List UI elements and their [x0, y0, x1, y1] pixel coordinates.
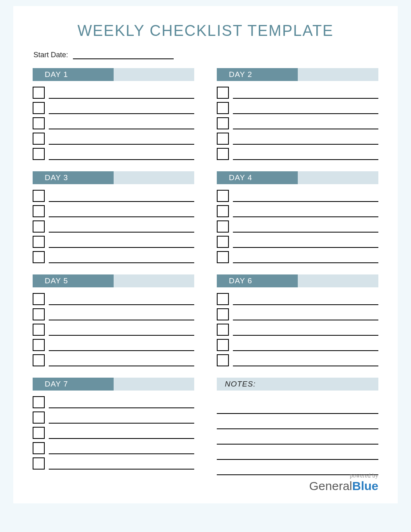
checkbox[interactable] — [217, 205, 229, 217]
task-line[interactable] — [49, 129, 194, 129]
checklist-rows — [217, 187, 378, 263]
checkbox[interactable] — [33, 411, 45, 424]
task-line[interactable] — [49, 423, 194, 424]
task-line[interactable] — [233, 144, 378, 145]
notes-block: NOTES: — [217, 378, 378, 475]
checkbox[interactable] — [33, 148, 45, 160]
day-header-spacer — [114, 274, 195, 287]
checkbox[interactable] — [33, 133, 45, 145]
checkbox[interactable] — [33, 190, 45, 202]
checkbox[interactable] — [217, 339, 229, 351]
day-label: DAY 6 — [217, 274, 298, 287]
checkbox[interactable] — [33, 220, 45, 233]
notes-rows — [217, 399, 378, 475]
checkbox[interactable] — [217, 324, 229, 336]
checklist-row — [33, 439, 194, 454]
checklist-row — [33, 187, 194, 202]
task-line[interactable] — [49, 216, 194, 217]
task-line[interactable] — [49, 335, 194, 336]
task-line[interactable] — [233, 232, 378, 233]
task-line[interactable] — [233, 320, 378, 320]
task-line[interactable] — [49, 320, 194, 320]
checklist-rows — [33, 393, 194, 470]
task-line[interactable] — [49, 350, 194, 351]
checkbox[interactable] — [33, 354, 45, 366]
checkbox[interactable] — [33, 427, 45, 439]
checkbox[interactable] — [217, 102, 229, 114]
task-line[interactable] — [49, 98, 194, 99]
checkbox[interactable] — [33, 308, 45, 320]
checkbox[interactable] — [217, 117, 229, 129]
task-line[interactable] — [233, 113, 378, 114]
checklist-rows — [217, 83, 378, 160]
checkbox[interactable] — [217, 220, 229, 233]
task-line[interactable] — [233, 247, 378, 248]
checkbox[interactable] — [217, 293, 229, 305]
task-line[interactable] — [233, 129, 378, 129]
task-line[interactable] — [49, 438, 194, 439]
checkbox[interactable] — [33, 87, 45, 99]
task-line[interactable] — [49, 159, 194, 160]
note-line[interactable] — [217, 429, 378, 445]
task-line[interactable] — [233, 262, 378, 263]
day-block-4: DAY 4 — [217, 171, 378, 263]
task-line[interactable] — [233, 98, 378, 99]
note-line[interactable] — [217, 445, 378, 460]
day-header: DAY 2 — [217, 68, 378, 81]
checklist-row — [33, 217, 194, 233]
note-line[interactable] — [217, 414, 378, 429]
checkbox[interactable] — [33, 102, 45, 114]
checklist-row — [217, 248, 378, 263]
checkbox[interactable] — [217, 251, 229, 263]
note-line[interactable] — [217, 399, 378, 414]
task-line[interactable] — [49, 469, 194, 470]
checkbox[interactable] — [217, 354, 229, 366]
task-line[interactable] — [49, 366, 194, 366]
task-line[interactable] — [233, 366, 378, 366]
day-label: DAY 3 — [33, 171, 114, 184]
checklist-row — [217, 114, 378, 129]
start-date-input-line[interactable] — [73, 58, 174, 59]
task-line[interactable] — [49, 453, 194, 454]
task-line[interactable] — [233, 335, 378, 336]
checklist-rows — [33, 83, 194, 160]
checkbox[interactable] — [33, 293, 45, 305]
task-line[interactable] — [233, 304, 378, 305]
day-header-spacer — [298, 274, 379, 287]
task-line[interactable] — [233, 216, 378, 217]
task-line[interactable] — [49, 113, 194, 114]
checkbox[interactable] — [33, 457, 45, 470]
checklist-row — [217, 99, 378, 114]
task-line[interactable] — [49, 247, 194, 248]
checkbox[interactable] — [33, 117, 45, 129]
task-line[interactable] — [233, 201, 378, 202]
checklist-rows — [217, 290, 378, 366]
checkbox[interactable] — [217, 148, 229, 160]
checklist-row — [33, 320, 194, 336]
task-line[interactable] — [49, 407, 194, 408]
task-line[interactable] — [233, 350, 378, 351]
checkbox[interactable] — [217, 133, 229, 145]
checkbox[interactable] — [33, 324, 45, 336]
checkbox[interactable] — [33, 236, 45, 248]
checkbox[interactable] — [217, 236, 229, 248]
checkbox[interactable] — [33, 442, 45, 454]
task-line[interactable] — [49, 262, 194, 263]
task-line[interactable] — [49, 201, 194, 202]
checkbox[interactable] — [33, 339, 45, 351]
checkbox[interactable] — [33, 251, 45, 263]
footer: powered by GeneralBlue — [309, 473, 378, 492]
checklist-row — [33, 114, 194, 129]
checkbox[interactable] — [33, 205, 45, 217]
task-line[interactable] — [233, 159, 378, 160]
checkbox[interactable] — [33, 396, 45, 408]
task-line[interactable] — [49, 144, 194, 145]
task-line[interactable] — [49, 304, 194, 305]
checkbox[interactable] — [217, 87, 229, 99]
task-line[interactable] — [49, 232, 194, 233]
checklist-row — [33, 99, 194, 114]
checklist-row — [33, 424, 194, 439]
checkbox[interactable] — [217, 308, 229, 320]
start-date-row: Start Date: — [33, 51, 378, 59]
checkbox[interactable] — [217, 190, 229, 202]
